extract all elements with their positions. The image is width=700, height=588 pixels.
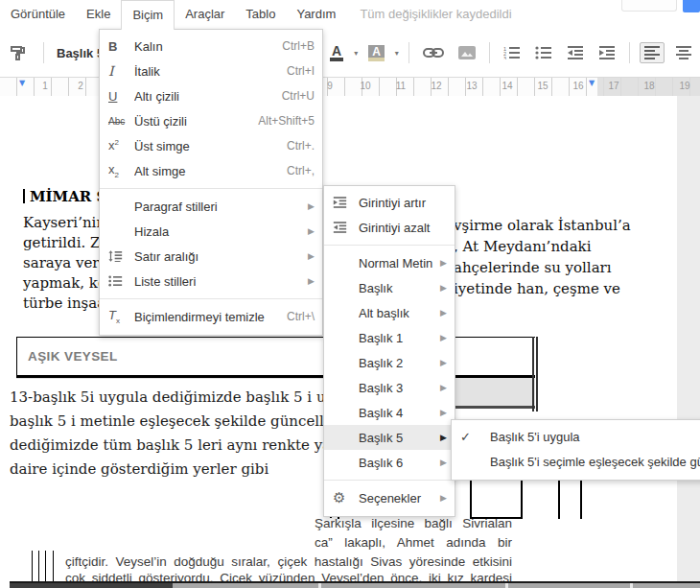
line-spacing-icon (108, 250, 123, 262)
submenu-arrow-icon: ▶ (305, 201, 315, 211)
numbered-list-button[interactable]: 123 (500, 42, 525, 63)
note-line: dediğimizde tüm başlık 5 leri aynı renkt… (10, 434, 332, 458)
underline-icon: U (108, 89, 117, 104)
highlight-color-button[interactable]: A (364, 41, 388, 65)
doc-line-right: , At Meydanı’ndaki (454, 237, 591, 257)
paint-format-button[interactable] (6, 40, 31, 65)
bottom-paragraph-line: Şarkışla ilçesine bağlı Sivrialan (315, 516, 512, 530)
toolbar-separator (629, 42, 630, 63)
menu-araclar[interactable]: Araçlar (175, 0, 235, 29)
menu-item-strikethrough[interactable]: Abc Üstü çizili Alt+Shift+5 (100, 108, 322, 133)
ruler-number: 19 (679, 81, 690, 91)
table-border-vertical (53, 551, 54, 581)
menu-ekle[interactable]: Ekle (76, 0, 121, 29)
menu-item-options[interactable]: ⚙ Seçenekler ▶ (324, 485, 455, 510)
decrease-indent-button[interactable] (563, 42, 588, 63)
submenu-arrow-icon: ▶ (437, 458, 447, 467)
menu-item-increase-indent[interactable]: Girintiyi artır (324, 190, 455, 215)
heading5-submenu: ✓ Başlık 5'i uygula Başlık 5'i seçimle e… (451, 419, 700, 481)
menu-item-line-spacing[interactable]: Satır aralığı ▶ (100, 244, 322, 269)
highlight-color-dropdown[interactable]: ▾ (395, 49, 399, 58)
ruler-number: 14 (502, 81, 513, 91)
table-cell-box (470, 475, 523, 519)
ruler-number: 11 (395, 81, 407, 91)
menu-yardim[interactable]: Yardım (286, 0, 346, 29)
table-border-vertical (45, 551, 46, 581)
insert-link-button[interactable] (419, 43, 448, 62)
paragraph-style-selector[interactable]: Başlık 5 (57, 46, 104, 60)
indent-marker-left[interactable]: ▼ (19, 79, 25, 87)
text-color-dropdown[interactable]: ▾ (354, 49, 358, 58)
menu-item-apply-heading5[interactable]: ✓ Başlık 5'i uygula (452, 424, 700, 449)
bottom-paragraph-line: çiftçidir. Veysel’in doğduğu sıralar, çi… (65, 554, 512, 569)
menu-item-paragraph-styles[interactable]: Paragraf stilleri ▶ (100, 194, 322, 219)
segment-gap (505, 583, 508, 588)
menu-separator (100, 188, 322, 189)
image-icon (458, 46, 476, 59)
menubar: Görüntüle Ekle Biçim Araçlar Tablo Yardı… (0, 0, 700, 29)
menu-item-heading-1[interactable]: Başlık 1▶ (324, 325, 455, 350)
menu-goruntule[interactable]: Görüntüle (0, 0, 76, 29)
menu-item-heading-3[interactable]: Başlık 3▶ (324, 375, 455, 400)
menu-item-heading-4[interactable]: Başlık 4▶ (324, 400, 455, 425)
doc-line-left: Kayseri’nin (23, 213, 105, 233)
toolbar-separator (408, 42, 409, 63)
toolbar-separator (489, 42, 490, 63)
insert-image-button[interactable] (455, 42, 479, 63)
menu-bicim[interactable]: Biçim (121, 0, 175, 30)
menu-separator (100, 298, 322, 299)
page-margin-background (677, 96, 700, 588)
bullet-list-button[interactable] (531, 42, 556, 63)
menu-item-normal-text[interactable]: Normal Metin▶ (324, 250, 455, 275)
segment-gap (318, 583, 321, 588)
bold-icon: B (108, 39, 117, 54)
menu-item-underline[interactable]: U Altı çizili Ctrl+U (100, 83, 322, 108)
menu-item-bold[interactable]: B Kalın Ctrl+B (100, 34, 322, 59)
paint-roller-icon (10, 44, 27, 61)
svg-text:3: 3 (503, 56, 506, 59)
increase-indent-icon (598, 46, 616, 59)
menu-item-subscript[interactable]: x2 Alt simge Ctrl+, (100, 158, 322, 183)
menu-item-subtitle[interactable]: Alt başlık▶ (324, 300, 455, 325)
align-center-button[interactable] (671, 42, 696, 63)
menu-item-decrease-indent[interactable]: Girintiyi azalt (324, 215, 455, 240)
menu-item-heading-6[interactable]: Başlık 6▶ (324, 450, 455, 475)
ruler-number: 18 (643, 81, 655, 91)
menu-item-heading-5[interactable]: Başlık 5▶ (324, 425, 455, 450)
menu-item-update-heading5[interactable]: Başlık 5'i seçimle eşleşecek şekilde gün… (452, 449, 700, 474)
segment-gap (630, 583, 633, 588)
format-menu: B Kalın Ctrl+B I İtalik Ctrl+I U Altı çi… (99, 29, 323, 336)
doc-line-right: vşirme olarak İstanbul’a (454, 216, 631, 236)
align-left-button[interactable] (640, 42, 665, 63)
menu-item-heading-2[interactable]: Başlık 2▶ (324, 350, 455, 375)
menu-item-title[interactable]: Başlık▶ (324, 275, 455, 300)
numbered-list-icon: 123 (503, 46, 521, 59)
gear-icon: ⚙ (333, 489, 345, 506)
submenu-arrow-icon: ▶ (437, 283, 447, 293)
text-color-icon: A (330, 44, 343, 61)
ruler-number: 1 (39, 81, 51, 91)
increase-indent-button[interactable] (595, 42, 619, 63)
menu-item-superscript[interactable]: x2 Üst simge Ctrl+. (100, 133, 322, 158)
menu-item-align[interactable]: Hizala ▶ (100, 219, 322, 244)
submenu-arrow-icon: ▶ (437, 258, 447, 268)
italic-icon: I (108, 63, 114, 79)
note-text-box[interactable]: 13-başlık 5i uygula dediğimizde başlık 5… (8, 379, 332, 492)
table-border-vertical (580, 477, 582, 519)
ruler-number: 12 (431, 81, 442, 91)
decrease-indent-icon (567, 46, 584, 59)
note-line: başlık 5 i metinle eşleşecek şekilde gün… (10, 410, 332, 434)
table-border-vertical (558, 477, 560, 519)
decrease-indent-icon (333, 222, 347, 233)
table-header-text: AŞIK VEYSEL (28, 349, 118, 364)
checkmark-icon: ✓ (460, 430, 471, 444)
menu-item-italic[interactable]: I İtalik Ctrl+I (100, 59, 322, 83)
text-color-button[interactable]: A (326, 40, 347, 65)
indent-marker-right[interactable]: ▼ (589, 79, 595, 87)
menu-item-list-styles[interactable]: Liste stilleri ▶ (100, 269, 322, 294)
toolbar-separator (43, 42, 44, 63)
ruler-number: 13 (466, 81, 478, 91)
menu-tablo[interactable]: Tablo (235, 0, 286, 29)
menu-item-clear-formatting[interactable]: Tx Biçimlendirmeyi temizle Ctrl+\ (100, 304, 322, 329)
table-header-cell[interactable]: AŞIK VEYSEL (16, 337, 535, 378)
